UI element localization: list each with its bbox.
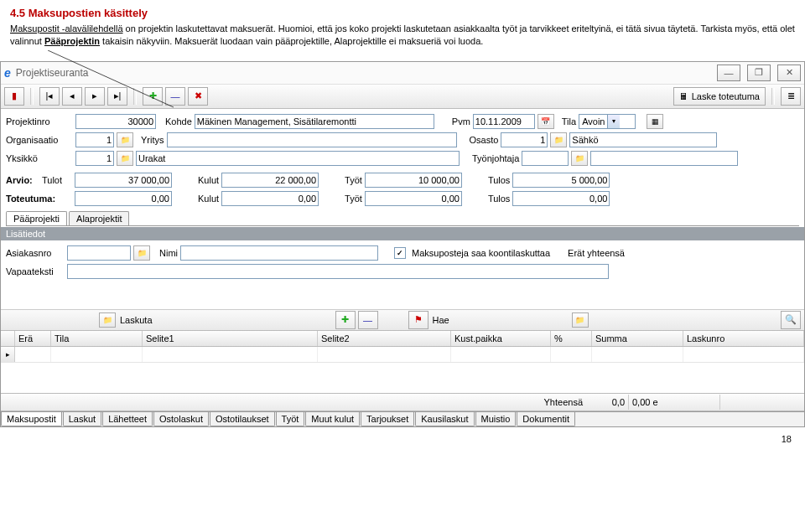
flag-icon[interactable]: ⚑: [408, 311, 428, 329]
yksikko-input[interactable]: 1: [75, 151, 114, 166]
cal2-icon[interactable]: ▦: [647, 114, 663, 129]
table-row[interactable]: ▸: [1, 347, 804, 363]
minimize-button[interactable]: —: [717, 65, 740, 81]
btab-laskut[interactable]: Laskut: [63, 412, 101, 426]
kohde-input[interactable]: Mäkinen Management, Sisätilaremontti: [195, 114, 434, 129]
tab-alaprojektit[interactable]: Alaprojektit: [69, 211, 129, 225]
remove-row-icon[interactable]: —: [358, 311, 378, 329]
col-summa[interactable]: Summa: [592, 331, 683, 346]
btab-lahetteet[interactable]: Lähetteet: [102, 412, 153, 426]
vapaateksti-label: Vapaateksti: [6, 266, 65, 276]
nimi-label: Nimi: [159, 248, 178, 258]
folder-icon[interactable]: 📁: [550, 132, 567, 147]
arvio-tulot[interactable]: 37 000,00: [75, 173, 172, 188]
btab-kausilaskut[interactable]: Kausilaskut: [415, 412, 474, 426]
arvio-tyot[interactable]: 10 000,00: [365, 173, 462, 188]
tila-select[interactable]: Avoin▾: [579, 114, 636, 129]
btab-maksupostit[interactable]: Maksupostit: [1, 412, 62, 426]
app-icon: e: [4, 66, 11, 80]
nav-prev-icon[interactable]: ◂: [62, 87, 82, 106]
col-selite1[interactable]: Selite1: [143, 331, 318, 346]
col-laskunro[interactable]: Laskunro: [683, 331, 804, 346]
yksikko-name-input[interactable]: Urakat: [136, 151, 460, 166]
tyonjohtaja-name-input[interactable]: [590, 151, 738, 166]
btab-muutkulut[interactable]: Muut kulut: [305, 412, 360, 426]
folder-icon[interactable]: 📁: [117, 132, 133, 147]
nav-first-icon[interactable]: |◂: [39, 87, 60, 106]
laskuta-button[interactable]: Laskuta: [118, 312, 154, 328]
laske-toteutuma-button[interactable]: 🖩 Laske toteutuma: [673, 87, 766, 106]
pvm-input[interactable]: 10.11.2009: [473, 114, 535, 129]
page-number: 18: [0, 427, 805, 451]
btab-muistio[interactable]: Muistio: [475, 412, 517, 426]
tool-icon[interactable]: ≣: [781, 87, 801, 106]
organisaatio-input[interactable]: 1: [75, 132, 114, 147]
col-tila[interactable]: Tila: [51, 331, 143, 346]
yritys-input[interactable]: [167, 132, 457, 147]
lisatiedot-header: Lisätiedot: [1, 226, 804, 240]
yritys-label: Yritys: [141, 135, 164, 145]
tab-paaprojekti[interactable]: Pääprojekti: [6, 211, 67, 225]
pvm-label: Pvm: [452, 116, 470, 127]
arvio-label: Arvio:: [6, 175, 39, 185]
grid-header: Erä Tila Selite1 Selite2 Kust.paikka % S…: [1, 330, 804, 347]
col-pct[interactable]: %: [551, 331, 592, 346]
btab-dokumentit[interactable]: Dokumentit: [517, 412, 575, 426]
col-era[interactable]: Erä: [15, 331, 51, 346]
arvio-tulos[interactable]: 5 000,00: [512, 173, 610, 188]
folder-icon[interactable]: 📁: [117, 151, 133, 166]
row-marker-icon: ▸: [1, 347, 15, 362]
arvio-kulut[interactable]: 22 000,00: [221, 173, 319, 188]
osasto-name-input[interactable]: Sähkö: [569, 132, 717, 147]
tulos-label: Tulos: [488, 175, 511, 185]
close-button[interactable]: ✕: [777, 65, 801, 81]
titlebar: e Projektiseuranta — ❐ ✕: [1, 62, 804, 85]
koontilaskutus-checkbox[interactable]: ✓: [394, 247, 406, 259]
nav-last-icon[interactable]: ▸|: [107, 87, 127, 106]
tila-label: Tila: [562, 116, 576, 127]
nimi-input[interactable]: [180, 245, 378, 261]
add-row-icon[interactable]: ✚: [335, 311, 356, 329]
sub-toolbar: 📁 Laskuta ✚ — ⚑ Hae 📁 🔍: [1, 309, 804, 330]
calendar-icon[interactable]: 📅: [538, 114, 554, 129]
koontilaskutus-label: Maksuposteja saa koontilaskuttaa: [412, 248, 550, 258]
osasto-label: Osasto: [470, 135, 499, 145]
nav-next-icon[interactable]: ▸: [85, 87, 105, 106]
osasto-input[interactable]: 1: [501, 132, 548, 147]
folder-icon[interactable]: 📁: [572, 312, 589, 328]
delete-icon[interactable]: ▮: [4, 87, 24, 106]
folder-icon[interactable]: 📁: [99, 312, 116, 328]
remove-icon[interactable]: —: [165, 87, 185, 106]
cancel-icon[interactable]: ✖: [188, 87, 208, 106]
app-window: e Projektiseuranta — ❐ ✕ ▮ |◂ ◂ ▸ ▸| ✚ —…: [0, 61, 805, 427]
hae-label[interactable]: Hae: [433, 315, 449, 325]
projektnro-input[interactable]: 30000: [75, 114, 156, 129]
btab-tarjoukset[interactable]: Tarjoukset: [361, 412, 414, 426]
paragraph: Maksupostit -alavälilehdellä on projekti…: [10, 23, 795, 48]
tyonjohtaja-input[interactable]: [522, 151, 569, 166]
add-icon[interactable]: ✚: [143, 87, 163, 106]
tot-tulos: 0,00: [512, 191, 610, 206]
folder-icon[interactable]: 📁: [133, 245, 150, 261]
maximize-button[interactable]: ❐: [747, 65, 771, 81]
col-kust[interactable]: Kust.paikka: [451, 331, 551, 346]
total-row: Yhteensä 0,0 0,00 e: [1, 393, 804, 411]
section-heading: 4.5 Maksupostien käsittely: [10, 7, 795, 19]
chevron-down-icon[interactable]: ▾: [607, 115, 620, 128]
btab-ostotilaukset[interactable]: Ostotilaukset: [210, 412, 275, 426]
tot-kulut: 0,00: [221, 191, 319, 206]
col-selite2[interactable]: Selite2: [318, 331, 451, 346]
toteutuma-label: Toteutuma:: [6, 194, 70, 204]
bottom-tabs: Maksupostit Laskut Lähetteet Ostolaskut …: [1, 411, 804, 426]
folder-icon[interactable]: 📁: [571, 151, 588, 166]
btab-ostolaskut[interactable]: Ostolaskut: [153, 412, 209, 426]
search-icon[interactable]: 🔍: [781, 311, 801, 329]
tulot-label: Tulot: [42, 175, 72, 185]
kohde-label: Kohde: [165, 116, 192, 127]
tyonjohtaja-label: Työnjohtaja: [472, 153, 519, 163]
kulut-label: Kulut: [198, 175, 219, 185]
asiakasnro-input[interactable]: [67, 245, 131, 261]
main-toolbar: ▮ |◂ ◂ ▸ ▸| ✚ — ✖ 🖩 Laske toteutuma ≣: [1, 85, 804, 109]
btab-tyot[interactable]: Työt: [276, 412, 305, 426]
vapaateksti-input[interactable]: [67, 264, 609, 279]
